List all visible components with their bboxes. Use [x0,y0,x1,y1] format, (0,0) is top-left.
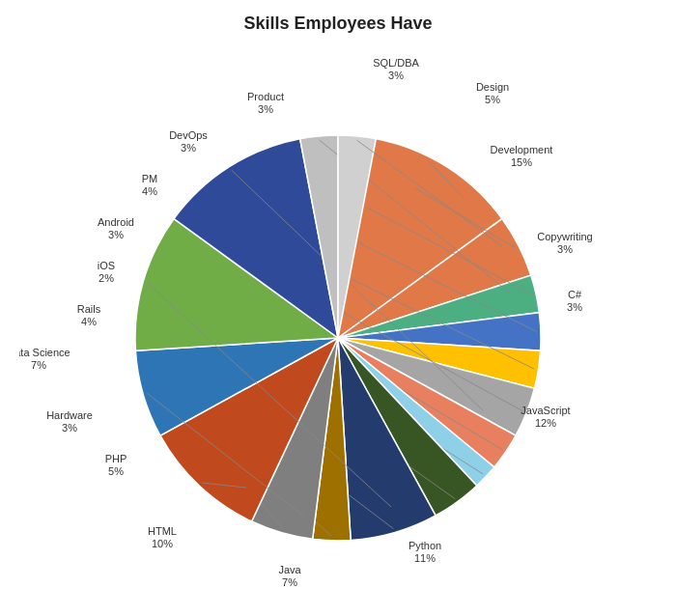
label-product: Product3% [247,91,284,115]
label-copywriting: Copywriting3% [537,231,592,255]
label-devops: DevOps3% [169,129,208,154]
label-hardware: Hardware3% [46,409,93,434]
label-java: Java7% [278,564,301,588]
label-android: Android3% [98,216,134,240]
label-ios: iOS2% [98,260,115,284]
label-php: PHP5% [105,453,127,477]
chart-container: Development15%Design5%SQL/DBA3%Product3%… [19,43,657,603]
label-pm: PM4% [142,173,158,197]
label-development: Development15% [491,144,553,168]
label-javascript: JavaScript12% [521,405,570,429]
label-rails: Rails4% [77,303,101,327]
label-design: Design5% [476,81,509,105]
label-python: Python11% [408,540,441,564]
label-html: HTML10% [148,525,177,549]
chart-title: Skills Employees Have [243,14,432,34]
label-sql/dba: SQL/DBA3% [373,57,419,81]
pie-chart: Development15%Design5%SQL/DBA3%Product3%… [19,43,657,603]
label-data-science: Data Science7% [19,347,70,371]
label-c#: C#3% [567,289,582,313]
